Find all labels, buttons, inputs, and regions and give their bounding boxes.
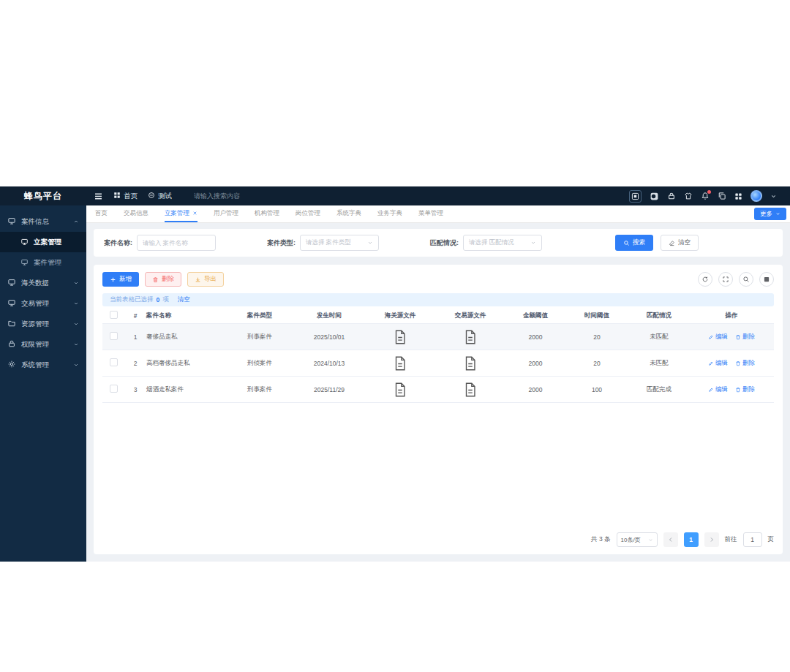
table-toolbar: 新增 删除 导出 xyxy=(102,272,774,287)
maximize-icon[interactable] xyxy=(718,272,733,287)
search-icon xyxy=(623,240,630,246)
chevron-down-icon xyxy=(73,321,79,327)
edit-link[interactable]: 编辑 xyxy=(708,333,728,341)
tab-home[interactable]: 首页 xyxy=(95,205,108,222)
page-number-current[interactable]: 1 xyxy=(684,532,699,547)
customs-file-icon[interactable] xyxy=(364,355,436,371)
edit-link[interactable]: 编辑 xyxy=(708,359,728,368)
next-page-button[interactable] xyxy=(704,532,719,547)
case-type-label: 案件类型: xyxy=(267,238,296,248)
skin-icon[interactable] xyxy=(684,192,693,200)
table-row: 1 奢侈品走私 刑事案件 2025/10/01 2000 20 未匹配 编辑 xyxy=(102,324,774,350)
row-checkbox[interactable] xyxy=(110,385,118,393)
table-row: 3 烟酒走私案件 刑事案件 2025/11/29 2000 100 匹配完成 编… xyxy=(102,377,774,403)
header-main: 首页 测试 xyxy=(86,186,790,205)
folder-icon xyxy=(7,319,16,329)
tab-menu-management[interactable]: 菜单管理 xyxy=(418,205,443,222)
sidebar-item-case-info[interactable]: 案件信息 xyxy=(0,211,86,232)
refresh-icon[interactable] xyxy=(698,272,712,287)
sidebar-item-case-management[interactable]: 案件管理 xyxy=(0,252,86,273)
sidebar-item-resource-management[interactable]: 资源管理 xyxy=(0,314,86,334)
pencil-icon xyxy=(708,334,714,340)
tab-bar: 首页 交易信息 立案管理 用户管理 机构管理 岗位管理 系统字典 业务字典 菜单… xyxy=(86,205,790,223)
trade-file-icon[interactable] xyxy=(436,382,505,398)
search-icon[interactable] xyxy=(739,272,753,287)
tabs-more-button[interactable]: 更多 xyxy=(754,208,786,220)
user-avatar[interactable] xyxy=(750,190,762,202)
header-search-input[interactable] xyxy=(194,192,282,200)
sidebar-item-filing-management[interactable]: 立案管理 xyxy=(0,232,86,252)
customs-file-icon[interactable] xyxy=(364,329,436,345)
header-actions xyxy=(629,190,783,203)
sidebar-item-permission-management[interactable]: 权限管理 xyxy=(0,334,86,355)
lock-icon[interactable] xyxy=(667,192,676,200)
sidebar-item-transaction-management[interactable]: 交易管理 xyxy=(0,293,86,314)
chevron-down-icon xyxy=(530,240,536,246)
selection-clear-link[interactable]: 清空 xyxy=(178,295,190,304)
case-name-input-wrap xyxy=(137,235,216,251)
filter-panel: 案件名称: 案件类型: 请选择 案件类型 匹配情况: 请选择 匹配情况 xyxy=(94,229,783,257)
delete-link[interactable]: 删除 xyxy=(735,359,755,368)
row-checkbox[interactable] xyxy=(110,358,118,366)
tab-business-dict[interactable]: 业务字典 xyxy=(377,205,402,222)
sidebar-item-label: 案件信息 xyxy=(21,217,49,227)
row-checkbox[interactable] xyxy=(110,332,118,340)
customs-file-icon[interactable] xyxy=(364,382,436,398)
sidebar-item-label: 资源管理 xyxy=(21,320,49,329)
notification-bell-icon[interactable] xyxy=(701,192,710,200)
tab-transaction-info[interactable]: 交易信息 xyxy=(124,205,148,222)
fullscreen-icon[interactable] xyxy=(629,190,642,203)
eraser-icon xyxy=(669,240,675,246)
delete-button[interactable]: 删除 xyxy=(145,272,181,287)
pencil-icon xyxy=(708,387,714,393)
trade-file-icon[interactable] xyxy=(436,329,505,345)
prev-page-button[interactable] xyxy=(663,532,678,547)
nav-item-test[interactable]: 测试 xyxy=(148,192,172,201)
trade-file-icon[interactable] xyxy=(436,355,505,371)
chevron-down-icon xyxy=(73,280,79,286)
match-status-select[interactable]: 请选择 匹配情况 xyxy=(463,235,542,251)
col-date: 发生时间 xyxy=(294,312,364,320)
delete-link[interactable]: 删除 xyxy=(735,385,755,394)
goto-page-input[interactable] xyxy=(743,532,762,547)
case-type-select[interactable]: 请选择 案件类型 xyxy=(300,235,379,251)
theme-toggle-icon[interactable] xyxy=(650,192,659,201)
column-settings-icon[interactable] xyxy=(759,272,774,287)
chevron-down-icon xyxy=(367,240,373,246)
apps-grid-icon[interactable] xyxy=(734,192,742,200)
gear-icon xyxy=(7,360,16,370)
chevron-down-icon[interactable] xyxy=(770,193,777,200)
case-name-label: 案件名称: xyxy=(104,238,132,248)
page-size-select[interactable]: 10条/页 xyxy=(617,532,658,547)
nav-item-home[interactable]: 首页 xyxy=(113,192,138,201)
app-window: 蜂鸟平台 首页 测试 xyxy=(0,186,790,562)
edit-link[interactable]: 编辑 xyxy=(708,385,728,394)
goto-unit: 页 xyxy=(768,535,775,544)
tab-position-management[interactable]: 岗位管理 xyxy=(296,205,320,222)
sidebar-item-customs-data[interactable]: 海关数据 xyxy=(0,273,86,293)
nav-home-label: 首页 xyxy=(124,192,138,201)
case-name-input[interactable] xyxy=(143,239,210,246)
tab-org-management[interactable]: 机构管理 xyxy=(255,205,279,222)
trash-icon xyxy=(152,276,159,283)
nav-test-label: 测试 xyxy=(158,192,172,201)
add-button[interactable]: 新增 xyxy=(102,272,139,287)
clear-button[interactable]: 清空 xyxy=(661,235,699,251)
search-button[interactable]: 搜索 xyxy=(615,235,653,251)
tab-system-dict[interactable]: 系统字典 xyxy=(336,205,361,222)
tab-filing-management[interactable]: 立案管理 xyxy=(165,205,198,222)
page-content: 案件名称: 案件类型: 请选择 案件类型 匹配情况: 请选择 匹配情况 xyxy=(86,223,790,562)
close-icon[interactable] xyxy=(192,210,198,217)
export-button[interactable]: 导出 xyxy=(187,272,224,287)
app-logo: 蜂鸟平台 xyxy=(0,186,86,205)
copy-icon[interactable] xyxy=(718,192,726,200)
table-settings-icons xyxy=(698,272,774,287)
case-name-cell: 烟酒走私案件 xyxy=(146,385,225,394)
circle-minus-icon xyxy=(148,192,155,200)
goto-label: 前往 xyxy=(725,535,737,544)
hamburger-menu-icon[interactable] xyxy=(94,192,103,201)
tab-user-management[interactable]: 用户管理 xyxy=(214,205,238,222)
select-all-checkbox[interactable] xyxy=(110,311,118,319)
delete-link[interactable]: 删除 xyxy=(735,333,755,341)
sidebar-item-system-management[interactable]: 系统管理 xyxy=(0,355,86,375)
